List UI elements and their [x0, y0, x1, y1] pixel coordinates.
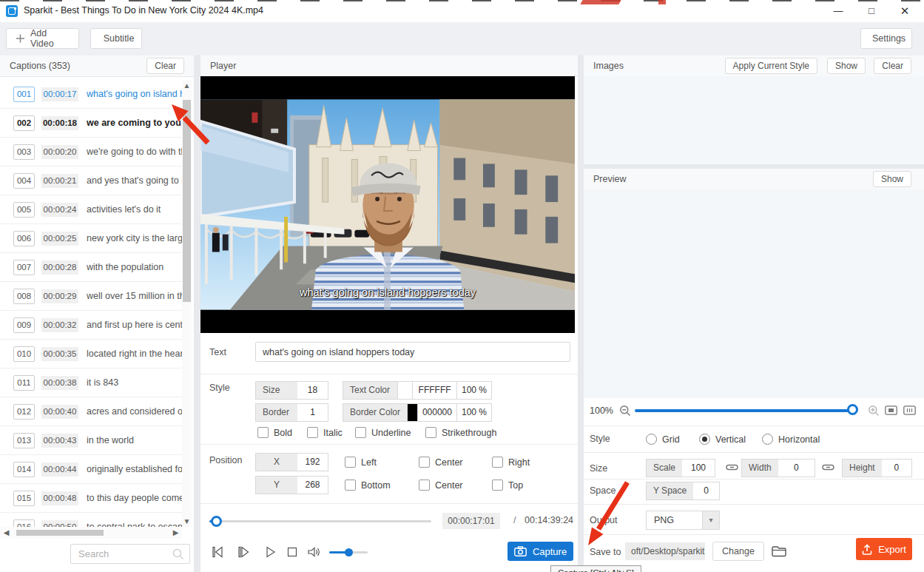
align-right-checkbox[interactable]: Right	[492, 457, 530, 468]
captions-clear-button[interactable]: Clear	[146, 58, 184, 74]
timeline-thumb[interactable]	[211, 516, 222, 527]
images-empty-area	[584, 76, 924, 164]
align-top-checkbox[interactable]: Top	[492, 480, 523, 491]
caption-row[interactable]: 00100:00:17what's going on island hopper…	[0, 80, 182, 109]
vertical-scroll-thumb[interactable]	[183, 100, 191, 302]
previous-frame-icon[interactable]	[210, 545, 225, 559]
change-button[interactable]: Change	[712, 542, 764, 561]
checkbox-icon	[257, 427, 269, 438]
screenshot-red-artifact	[580, 0, 621, 4]
preview-zoom-slider[interactable]	[635, 409, 853, 412]
timeline-slider[interactable]	[209, 520, 431, 522]
position-y-group[interactable]: Y 268	[255, 476, 328, 494]
output-format-select[interactable]: PNG ▾	[646, 511, 720, 530]
play-icon[interactable]	[263, 545, 277, 559]
scroll-down-icon[interactable]: ▼	[182, 517, 192, 525]
scroll-left-icon[interactable]: ◀	[1, 528, 11, 536]
italic-checkbox[interactable]: Italic	[307, 427, 343, 438]
close-icon[interactable]: ✕	[892, 0, 917, 21]
height-group[interactable]: Height 0	[842, 459, 912, 477]
caption-row[interactable]: 01500:00:48to this day people come	[0, 484, 182, 513]
plus-icon	[16, 33, 25, 44]
caption-row[interactable]: 00900:00:32and first up here is centra	[0, 311, 182, 340]
vertical-radio[interactable]: Vertical	[699, 434, 746, 445]
preview-header: Preview Show	[584, 169, 924, 190]
caption-row[interactable]: 00300:00:20we're going to do with th	[0, 138, 182, 166]
preview-zoom-thumb[interactable]	[847, 404, 858, 415]
captions-horizontal-scrollbar[interactable]: ◀ ▶	[0, 527, 182, 539]
zoom-in-icon[interactable]	[868, 405, 880, 417]
caption-row[interactable]: 01600:00:50to central park to escape	[0, 513, 182, 527]
images-show-button[interactable]: Show	[827, 58, 866, 74]
size-label: Size	[590, 463, 607, 474]
caption-row[interactable]: 01000:00:35located right in the heart	[0, 340, 182, 369]
volume-icon[interactable]	[306, 545, 320, 559]
zoom-out-icon[interactable]	[619, 405, 631, 417]
caption-row[interactable]: 00500:00:24activities let's do it	[0, 195, 182, 224]
width-group[interactable]: Width 0	[741, 459, 815, 477]
fit-screen-icon[interactable]	[885, 406, 897, 415]
scale-group[interactable]: Scale 100	[646, 459, 715, 477]
camera-icon	[514, 546, 527, 556]
underline-checkbox[interactable]: Underline	[355, 427, 411, 438]
folder-icon[interactable]	[772, 545, 786, 557]
y-space-group[interactable]: Y Space 0	[646, 482, 720, 500]
strikethrough-checkbox[interactable]: Strikethrough	[425, 427, 496, 438]
actual-size-icon[interactable]	[903, 406, 916, 415]
caption-row[interactable]: 00200:00:18we are coming to you fro	[0, 109, 182, 138]
volume-thumb[interactable]	[345, 548, 353, 556]
maximize-icon[interactable]: □	[859, 0, 884, 21]
space-label: Space	[590, 485, 616, 496]
link-icon[interactable]	[822, 462, 834, 472]
horizontal-radio[interactable]: Horizontal	[762, 434, 820, 445]
link-icon[interactable]	[726, 462, 738, 472]
bold-checkbox[interactable]: Bold	[257, 427, 292, 438]
horizontal-scroll-thumb[interactable]	[16, 530, 104, 536]
subtitle-button[interactable]: CC Subtitle	[90, 28, 142, 49]
caption-row[interactable]: 01200:00:40acres and considered on	[0, 397, 182, 426]
window-title: Sparkit - Best Things To Do in New York …	[24, 5, 263, 16]
caption-row[interactable]: 01400:00:44originally established for	[0, 455, 182, 484]
grid-radio[interactable]: Grid	[646, 434, 680, 445]
stop-icon[interactable]	[285, 545, 300, 559]
align-left-checkbox[interactable]: Left	[345, 457, 377, 468]
text-color-swatch[interactable]	[397, 382, 412, 399]
add-video-button[interactable]: Add Video	[6, 28, 79, 49]
images-clear-button[interactable]: Clear	[874, 58, 911, 74]
apply-current-style-button[interactable]: Apply Current Style	[725, 58, 817, 74]
style-label: Style	[209, 383, 230, 393]
align-center-v-checkbox[interactable]: Center	[419, 480, 463, 491]
border-color-swatch[interactable]	[407, 404, 417, 421]
caption-row[interactable]: 01100:00:38it is 843	[0, 369, 182, 397]
scroll-up-icon[interactable]: ▲	[182, 81, 192, 90]
caption-row[interactable]: 01300:00:43in the world	[0, 426, 182, 455]
text-color-group[interactable]: Text Color FFFFFF 100 %	[343, 381, 492, 400]
border-size-group[interactable]: Border 1	[255, 403, 328, 422]
capture-button[interactable]: Capture	[507, 542, 573, 561]
caption-row[interactable]: 00600:00:25new york city is the large	[0, 224, 182, 253]
preview-show-button[interactable]: Show	[873, 171, 911, 187]
caption-row[interactable]: 00800:00:29well over 15 million in th	[0, 282, 182, 311]
scroll-right-icon[interactable]: ▶	[171, 528, 181, 536]
position-x-group[interactable]: X 192	[255, 453, 328, 471]
captions-vertical-scrollbar[interactable]: ▲ ▼	[182, 80, 192, 527]
next-frame-icon[interactable]	[236, 545, 251, 559]
save-path: oft/Desktop/sparkit	[625, 542, 705, 560]
caption-row[interactable]: 00400:00:21and yes that's going to ir	[0, 166, 182, 195]
align-bottom-checkbox[interactable]: Bottom	[345, 480, 391, 491]
checkbox-icon	[492, 457, 503, 468]
export-label: Export	[878, 544, 906, 555]
export-button[interactable]: Export	[856, 538, 912, 560]
font-size-group[interactable]: Size 18	[255, 381, 328, 400]
radio-selected-icon	[699, 434, 710, 445]
settings-button[interactable]: Settings	[860, 28, 912, 49]
screenshot-top-artifact	[0, 0, 924, 1]
radio-icon	[646, 434, 657, 445]
align-center-h-checkbox[interactable]: Center	[419, 457, 463, 468]
subtitle-text-input[interactable]	[255, 342, 570, 362]
minimize-icon[interactable]: —	[826, 0, 851, 21]
caption-row[interactable]: 00700:00:28with the population	[0, 253, 182, 282]
toolbar: Add Video CC Subtitle Settings	[0, 22, 924, 56]
border-color-group[interactable]: Border Color 000000 100 %	[343, 403, 492, 422]
video-frame[interactable]: what's going on island hoppers today	[200, 76, 575, 333]
